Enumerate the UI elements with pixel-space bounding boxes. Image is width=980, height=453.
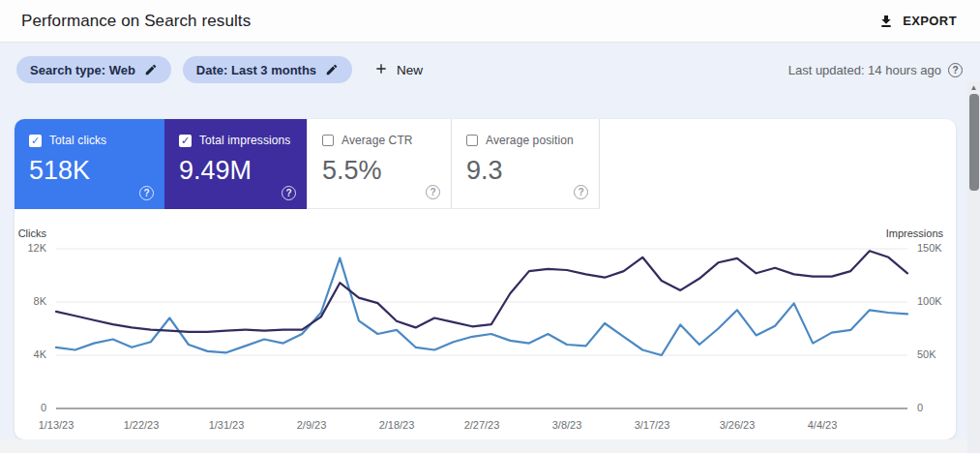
x-axis-tick-label: 2/27/23 [453, 419, 511, 431]
pencil-icon [144, 63, 158, 76]
new-filter-button[interactable]: New [373, 61, 423, 79]
metric-card-average-position[interactable]: Average position 9.3 ? [452, 119, 600, 209]
help-icon[interactable]: ? [282, 186, 296, 200]
footer-strip [0, 439, 980, 453]
help-icon[interactable]: ? [426, 185, 440, 199]
metric-label: Average CTR [342, 134, 413, 147]
right-axis-tick-label: 50K [917, 348, 936, 360]
x-axis-tick-label: 4/4/23 [793, 419, 851, 431]
plus-icon [373, 61, 389, 79]
left-axis-tick-label: 12K [27, 242, 46, 254]
pencil-icon [325, 63, 339, 76]
chip-label: Search type: Web [30, 63, 135, 77]
metric-value: 518K [29, 156, 164, 186]
export-label: EXPORT [903, 14, 957, 28]
metric-label: Average position [486, 134, 574, 147]
checkbox-checked-icon[interactable]: ✓ [179, 135, 192, 147]
checkbox-unchecked-icon[interactable] [466, 135, 478, 146]
performance-card: 12K150K8K100K4K50K00ClicksImpressions1/1… [15, 119, 956, 439]
new-label: New [397, 63, 423, 77]
scrollbar[interactable]: ▲ [967, 81, 980, 453]
filter-chip-search-type[interactable]: Search type: Web [16, 56, 171, 83]
right-axis-tick-label: 0 [917, 402, 923, 413]
metric-card-total-clicks[interactable]: ✓ Total clicks 518K ? [15, 119, 164, 209]
last-updated-text: Last updated: 14 hours ago [788, 63, 941, 77]
x-axis-tick-label: 1/22/23 [112, 419, 170, 431]
right-axis-title: Impressions [886, 227, 943, 239]
chip-label: Date: Last 3 months [196, 63, 316, 77]
x-axis-tick-label: 3/8/23 [538, 419, 596, 431]
help-icon[interactable]: ? [948, 63, 963, 77]
checkbox-unchecked-icon[interactable] [322, 135, 334, 146]
checkbox-checked-icon[interactable]: ✓ [29, 135, 42, 147]
left-axis-tick-label: 0 [41, 402, 46, 413]
series-line-total-clicks [56, 258, 907, 355]
metric-value: 9.3 [466, 156, 599, 186]
filter-row: Search type: Web Date: Last 3 months New… [16, 56, 963, 83]
filter-chip-date[interactable]: Date: Last 3 months [183, 56, 352, 83]
last-updated: Last updated: 14 hours ago ? [788, 63, 963, 77]
left-axis-tick-label: 8K [34, 295, 46, 307]
export-button[interactable]: EXPORT [878, 14, 957, 29]
help-icon[interactable]: ? [574, 185, 588, 199]
gsc-performance-page: { "header": { "title": "Performance on S… [0, 0, 980, 453]
right-axis-tick-label: 100K [917, 295, 942, 307]
x-axis-tick-label: 1/31/23 [197, 419, 255, 431]
left-axis-tick-label: 4K [34, 348, 46, 360]
metric-card-total-impressions[interactable]: ✓ Total impressions 9.49M ? [164, 119, 307, 209]
metric-value: 9.49M [179, 156, 307, 186]
x-axis-tick-label: 2/18/23 [368, 419, 426, 431]
scrollbar-thumb[interactable] [969, 94, 979, 191]
right-axis-tick-label: 150K [917, 242, 942, 254]
x-axis-tick-label: 1/13/23 [27, 419, 85, 431]
x-axis-tick-label: 2/9/23 [282, 419, 341, 431]
download-icon [878, 14, 894, 29]
x-axis-tick-label: 3/26/23 [708, 419, 766, 431]
help-icon[interactable]: ? [139, 186, 154, 200]
metric-card-average-ctr[interactable]: Average CTR 5.5% ? [307, 119, 452, 209]
x-axis-tick-label: 3/17/23 [623, 419, 681, 431]
top-bar: Performance on Search results EXPORT [0, 0, 980, 43]
metric-value: 5.5% [322, 156, 451, 186]
metric-label: Total impressions [199, 134, 290, 147]
scroll-up-arrow-icon[interactable]: ▲ [967, 81, 980, 94]
metric-label: Total clicks [49, 134, 106, 147]
metric-cards-row: ✓ Total clicks 518K ? ✓ Total impression… [15, 119, 600, 209]
page-title: Performance on Search results [21, 12, 251, 31]
left-axis-title: Clicks [18, 227, 46, 239]
